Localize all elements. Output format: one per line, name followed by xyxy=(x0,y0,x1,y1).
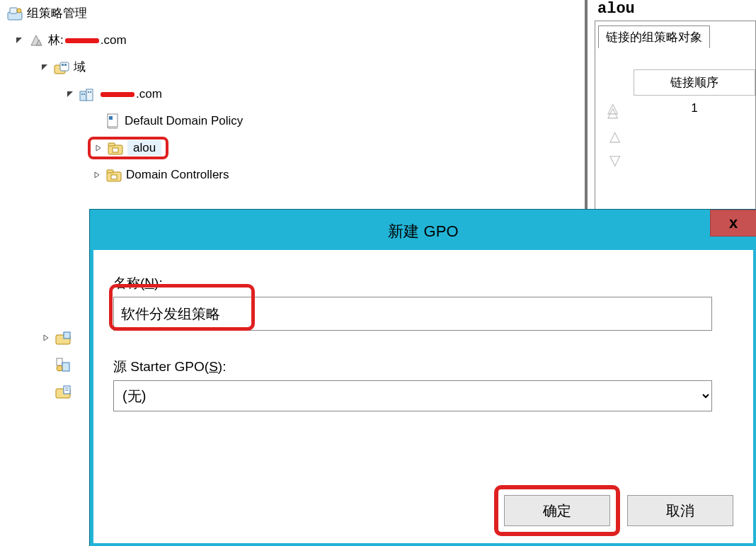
expander-collapsed-icon[interactable] xyxy=(92,142,105,154)
tree-root-label: 组策略管理 xyxy=(27,6,87,21)
order-arrows: △△ △ ▽ xyxy=(595,69,634,167)
name-label-mnemonic: N xyxy=(144,275,154,290)
domain-icon xyxy=(79,86,95,102)
move-down-icon[interactable]: ▽ xyxy=(609,153,620,167)
report-icon xyxy=(55,357,71,372)
name-label: 名称(N): xyxy=(113,274,733,292)
tab-linked-gpo[interactable]: 链接的组策略对象 xyxy=(598,25,710,48)
tree-node-forest[interactable]: 林:.com xyxy=(0,27,583,54)
details-box: 链接的组策略对象 △△ △ ▽ 链接顺序 1 xyxy=(595,21,756,219)
col-header-link-order[interactable]: 链接顺序 xyxy=(634,69,755,96)
svg-rect-13 xyxy=(108,114,118,127)
dialog-titlebar[interactable]: 新建 GPO x xyxy=(93,213,753,250)
source-starter-gpo-select[interactable]: (无) xyxy=(113,380,712,411)
dialog-title: 新建 GPO xyxy=(388,221,458,242)
highlight-box: alou xyxy=(88,137,168,159)
svg-rect-24 xyxy=(62,363,69,371)
expander-collapsed-icon[interactable] xyxy=(91,169,103,181)
tree-node-ou-dc[interactable]: Domain Controllers xyxy=(0,161,583,188)
svg-point-2 xyxy=(17,8,21,13)
details-panel: alou 链接的组策略对象 △△ △ ▽ 链接顺序 1 xyxy=(585,0,756,212)
svg-rect-16 xyxy=(108,143,115,146)
source-label-post: ): xyxy=(218,359,227,374)
link-order-cell[interactable]: 1 xyxy=(634,96,755,120)
details-title: alou xyxy=(588,0,756,21)
redacted-text xyxy=(101,92,134,97)
source-label-pre: 源 Starter GPO( xyxy=(113,359,209,374)
tree-root[interactable]: 组策略管理 xyxy=(0,0,583,27)
expander-collapsed-icon[interactable] xyxy=(40,331,52,344)
svg-rect-17 xyxy=(113,148,118,152)
svg-rect-7 xyxy=(80,91,86,101)
svg-rect-11 xyxy=(88,91,89,93)
svg-rect-19 xyxy=(107,170,113,173)
ou-icon xyxy=(106,167,122,183)
svg-rect-12 xyxy=(90,91,91,93)
svg-rect-6 xyxy=(64,64,67,66)
svg-rect-1 xyxy=(10,8,17,13)
cancel-button[interactable]: 取消 xyxy=(627,495,733,526)
move-top-icon[interactable]: △△ xyxy=(607,105,622,119)
forest-icon xyxy=(28,33,44,48)
close-icon: x xyxy=(729,214,738,232)
tree-node-domains[interactable]: 域 xyxy=(0,54,583,81)
expander-icon[interactable] xyxy=(38,61,51,74)
tree-domain-label: .com xyxy=(99,86,162,102)
svg-rect-5 xyxy=(62,64,64,66)
tree-node-domain[interactable]: .com xyxy=(0,81,583,108)
dialog-new-gpo: 新建 GPO x 名称(N): 源 Starter GPO(S): (无) 确定… xyxy=(90,210,756,546)
dialog-body: 名称(N): 源 Starter GPO(S): (无) 确定 取消 xyxy=(93,250,753,543)
highlight-box: 确定 xyxy=(504,495,610,526)
svg-rect-14 xyxy=(109,116,113,120)
source-label-mnemonic: S xyxy=(209,359,218,374)
svg-rect-9 xyxy=(81,93,83,95)
default-policy-label: Default Domain Policy xyxy=(125,113,243,129)
domains-icon xyxy=(54,59,69,75)
ou-icon xyxy=(108,140,123,156)
expander-icon[interactable] xyxy=(64,88,76,101)
gpo-name-input[interactable] xyxy=(113,297,712,331)
move-up-icon[interactable]: △ xyxy=(609,129,620,143)
tree-node-default-policy[interactable]: Default Domain Policy xyxy=(0,108,583,135)
ok-button[interactable]: 确定 xyxy=(504,495,610,526)
domain-suffix: .com xyxy=(136,87,162,101)
expander-icon[interactable] xyxy=(13,34,25,47)
forest-prefix: 林: xyxy=(48,33,64,47)
ou-alou-label: alou xyxy=(127,140,161,156)
sites-icon xyxy=(55,330,71,346)
source-label: 源 Starter GPO(S): xyxy=(113,358,733,376)
redacted-text xyxy=(65,38,99,43)
svg-point-25 xyxy=(57,365,62,371)
tree-domains-label: 域 xyxy=(74,59,86,75)
tree-node-ou-alou[interactable]: alou xyxy=(0,135,583,161)
linked-grid: △△ △ ▽ 链接顺序 1 xyxy=(595,69,755,167)
name-label-post: ): xyxy=(154,275,163,290)
svg-rect-8 xyxy=(86,89,93,101)
gpmc-icon xyxy=(7,6,23,21)
forest-suffix: .com xyxy=(101,33,127,47)
svg-rect-4 xyxy=(60,62,69,71)
svg-rect-22 xyxy=(64,332,70,339)
policy-icon xyxy=(105,113,120,129)
tree-forest-label: 林:.com xyxy=(48,33,127,48)
name-label-pre: 名称( xyxy=(113,275,144,290)
results-icon xyxy=(55,384,71,399)
close-button[interactable]: x xyxy=(710,210,756,237)
svg-rect-20 xyxy=(111,175,117,179)
ou-dc-label: Domain Controllers xyxy=(126,167,229,183)
svg-rect-10 xyxy=(84,93,85,95)
svg-rect-23 xyxy=(57,358,62,365)
dialog-buttons: 确定 取消 xyxy=(504,495,733,526)
